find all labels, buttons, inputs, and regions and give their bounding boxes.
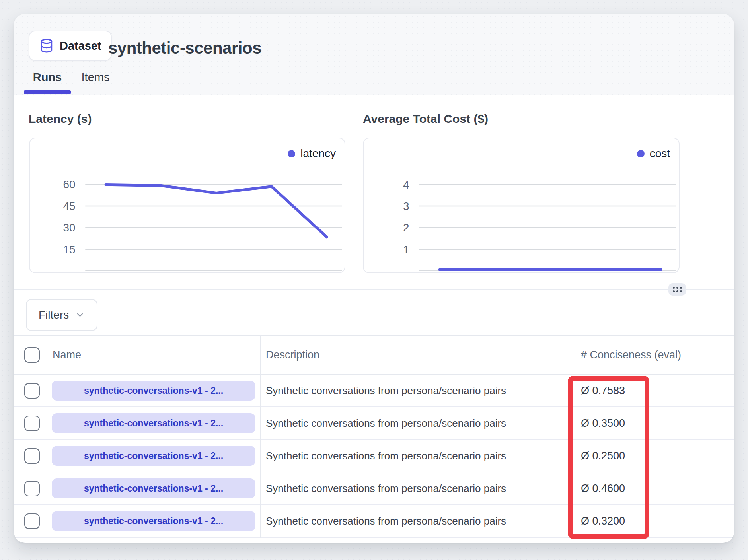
run-conciseness-value: Ø 0.4600 bbox=[581, 482, 734, 495]
table-header-row: Name Description # Conciseness (eval) bbox=[14, 335, 734, 375]
run-name-badge[interactable]: synthetic-conversations-v1 - 2... bbox=[52, 381, 255, 401]
run-conciseness-value: Ø 0.2500 bbox=[581, 450, 734, 462]
svg-text:15: 15 bbox=[63, 243, 75, 256]
run-conciseness-value: Ø 0.7583 bbox=[581, 385, 734, 397]
filters-button[interactable]: Filters bbox=[26, 299, 97, 331]
svg-text:60: 60 bbox=[63, 179, 75, 191]
table-row: synthetic-conversations-v1 - 2... Synthe… bbox=[14, 440, 734, 472]
runs-table: Name Description # Conciseness (eval) sy… bbox=[14, 335, 734, 538]
grip-dots-icon bbox=[673, 287, 682, 292]
select-all-checkbox[interactable] bbox=[24, 347, 40, 363]
dataset-badge-label: Dataset bbox=[60, 39, 101, 52]
page-title: synthetic-scenarios bbox=[108, 38, 261, 58]
dataset-badge: Dataset bbox=[29, 31, 112, 61]
run-description: Synthetic conversations from persona/sce… bbox=[260, 417, 581, 430]
table-column-divider bbox=[260, 335, 261, 538]
row-checkbox[interactable] bbox=[24, 481, 40, 496]
cost-legend-label: cost bbox=[650, 147, 670, 160]
cost-chart-title: Average Total Cost ($) bbox=[363, 112, 488, 126]
column-header-description: Description bbox=[260, 349, 581, 361]
chevron-down-icon bbox=[75, 310, 85, 320]
cost-chart-canvas: 1234 bbox=[364, 138, 679, 272]
svg-text:30: 30 bbox=[63, 222, 75, 234]
run-description: Synthetic conversations from persona/sce… bbox=[260, 385, 581, 397]
column-header-conciseness: # Conciseness (eval) bbox=[581, 349, 734, 361]
dataset-page-card: Dataset synthetic-scenarios Runs Items L… bbox=[14, 14, 734, 543]
tab-items[interactable]: Items bbox=[71, 71, 120, 83]
row-checkbox[interactable] bbox=[24, 513, 40, 529]
column-header-name: Name bbox=[52, 349, 260, 361]
latency-legend-dot-icon bbox=[288, 150, 295, 158]
run-name-badge[interactable]: synthetic-conversations-v1 - 2... bbox=[52, 413, 255, 433]
run-name-badge[interactable]: synthetic-conversations-v1 - 2... bbox=[52, 511, 255, 531]
cost-chart-legend: cost bbox=[637, 147, 670, 160]
run-name-badge[interactable]: synthetic-conversations-v1 - 2... bbox=[52, 478, 255, 498]
cost-chart-card: cost 1234 bbox=[363, 138, 680, 273]
svg-text:45: 45 bbox=[63, 200, 75, 212]
database-icon bbox=[39, 38, 54, 53]
run-conciseness-value: Ø 0.3500 bbox=[581, 417, 734, 430]
latency-chart-legend: latency bbox=[288, 147, 336, 160]
cost-legend-dot-icon bbox=[637, 150, 645, 158]
charts-section-divider bbox=[14, 289, 734, 290]
svg-text:2: 2 bbox=[403, 222, 409, 234]
table-row: synthetic-conversations-v1 - 2... Synthe… bbox=[14, 505, 734, 538]
run-conciseness-value: Ø 0.3200 bbox=[581, 515, 734, 527]
latency-chart-title: Latency (s) bbox=[29, 112, 92, 126]
active-tab-underline bbox=[24, 90, 71, 94]
run-description: Synthetic conversations from persona/sce… bbox=[260, 515, 581, 527]
table-body: synthetic-conversations-v1 - 2... Synthe… bbox=[14, 375, 734, 538]
section-resize-handle[interactable] bbox=[668, 283, 686, 296]
table-row: synthetic-conversations-v1 - 2... Synthe… bbox=[14, 472, 734, 505]
page-header: Dataset synthetic-scenarios Runs Items bbox=[14, 14, 734, 95]
run-description: Synthetic conversations from persona/sce… bbox=[260, 482, 581, 495]
row-checkbox[interactable] bbox=[24, 416, 40, 431]
svg-text:3: 3 bbox=[403, 200, 409, 212]
table-row: synthetic-conversations-v1 - 2... Synthe… bbox=[14, 407, 734, 440]
filters-button-label: Filters bbox=[39, 309, 69, 321]
latency-legend-label: latency bbox=[300, 147, 336, 160]
row-checkbox[interactable] bbox=[24, 448, 40, 464]
run-name-badge[interactable]: synthetic-conversations-v1 - 2... bbox=[52, 446, 255, 466]
run-description: Synthetic conversations from persona/sce… bbox=[260, 450, 581, 462]
svg-text:1: 1 bbox=[403, 243, 409, 256]
tab-runs[interactable]: Runs bbox=[24, 71, 71, 83]
latency-chart-card: latency 15304560 bbox=[29, 138, 345, 273]
row-checkbox[interactable] bbox=[24, 383, 40, 399]
svg-text:4: 4 bbox=[403, 179, 409, 191]
table-row: synthetic-conversations-v1 - 2... Synthe… bbox=[14, 375, 734, 407]
